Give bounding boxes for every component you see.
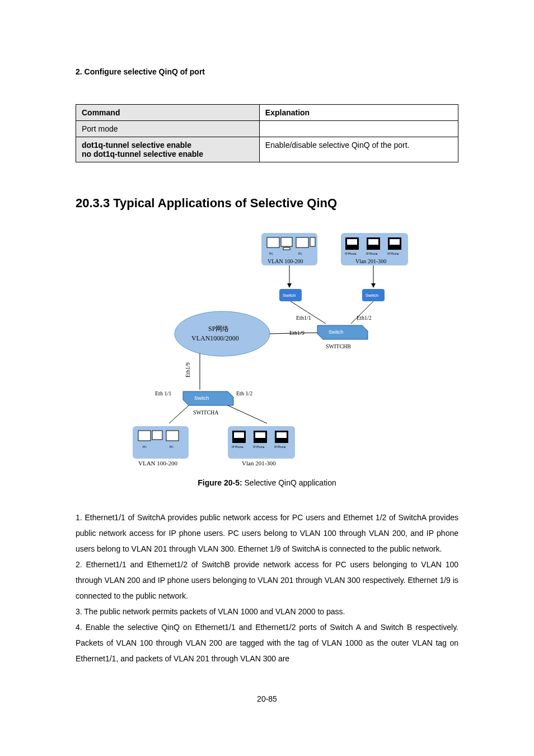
diagram: PC PC VLAN 100-200 IP Phone IP Phone IP … bbox=[76, 227, 458, 470]
figure-caption: Figure 20-5: Selective QinQ application bbox=[76, 478, 458, 487]
body-text: 1. Ethernet1/1 of SwitchA provides publi… bbox=[76, 510, 458, 666]
svg-text:IP Phone: IP Phone bbox=[366, 252, 378, 255]
svg-text:IP Phone: IP Phone bbox=[274, 445, 286, 449]
svg-marker-15 bbox=[287, 283, 292, 288]
svg-text:PC: PC bbox=[143, 445, 147, 449]
paragraph-1: 1. Ethernet1/1 of SwitchA provides publi… bbox=[76, 510, 458, 557]
svg-marker-17 bbox=[371, 283, 376, 288]
svg-line-30 bbox=[169, 405, 189, 423]
page-number: 20-85 bbox=[76, 694, 458, 703]
svg-text:Switch: Switch bbox=[366, 293, 379, 298]
svg-text:Switch: Switch bbox=[283, 293, 296, 298]
svg-rect-3 bbox=[296, 237, 308, 248]
svg-text:Switch: Switch bbox=[194, 395, 209, 401]
svg-rect-2 bbox=[283, 248, 290, 250]
page: 2. Configure selective QinQ of port Comm… bbox=[0, 0, 534, 756]
svg-rect-44 bbox=[277, 432, 287, 438]
cmd-enable: dot1q-tunnel selective enable bbox=[82, 141, 254, 150]
svg-text:IP Phone: IP Phone bbox=[232, 445, 243, 449]
switcha: Switch bbox=[183, 391, 233, 405]
vlan-pc-label-top: VLAN 100-200 bbox=[268, 258, 303, 264]
table-cell-empty bbox=[259, 121, 458, 137]
eth11-label-a: Eth 1/1 bbox=[155, 390, 171, 396]
eth12-label-a: Eth 1/2 bbox=[236, 390, 252, 396]
network-diagram-svg: PC PC VLAN 100-200 IP Phone IP Phone IP … bbox=[121, 227, 413, 468]
figure-label: Figure 20-5: bbox=[198, 478, 244, 487]
cmd-disable: no dot1q-tunnel selective enable bbox=[82, 150, 254, 158]
svg-rect-6 bbox=[347, 239, 357, 245]
pc-label: PC bbox=[298, 252, 302, 255]
switchb: Switch bbox=[317, 325, 368, 339]
paragraph-3: 3. The public network permits packets of… bbox=[76, 604, 458, 619]
switchb-label: SWITCHB bbox=[326, 343, 351, 349]
table-header-explanation: Explanation bbox=[259, 105, 458, 121]
svg-text:IP Phone: IP Phone bbox=[387, 252, 399, 255]
subsection-title: 2. Configure selective QinQ of port bbox=[76, 67, 458, 76]
table-header-command: Command bbox=[76, 105, 260, 121]
sp-cloud bbox=[175, 311, 270, 356]
section-heading: 20.3.3 Typical Applications of Selective… bbox=[76, 196, 458, 211]
eth19-label-a: Eth1/9 bbox=[185, 362, 191, 377]
command-table: Command Explanation Port mode dot1q-tunn… bbox=[76, 104, 458, 162]
sp-label2: VLAN1000/2000 bbox=[191, 334, 239, 342]
eth11-label-b: Eth1/1 bbox=[296, 315, 311, 321]
table-cell-explanation: Enable/disable selective QinQ of the por… bbox=[259, 137, 458, 162]
pc-label: PC bbox=[269, 252, 273, 255]
vlan-phone-label-bottom: Vlan 201-300 bbox=[242, 460, 276, 466]
vlan-phone-label-top: Vlan 201-300 bbox=[355, 258, 386, 264]
svg-rect-0 bbox=[267, 237, 279, 248]
svg-rect-41 bbox=[255, 432, 265, 438]
svg-text:IP Phone: IP Phone bbox=[345, 252, 357, 255]
svg-rect-38 bbox=[234, 432, 244, 438]
svg-rect-33 bbox=[152, 431, 162, 440]
sp-label1: SP网络 bbox=[208, 325, 229, 333]
svg-rect-12 bbox=[390, 239, 400, 245]
svg-text:Switch: Switch bbox=[329, 329, 344, 335]
svg-rect-35 bbox=[166, 431, 179, 441]
svg-rect-9 bbox=[368, 239, 378, 245]
svg-line-31 bbox=[228, 405, 267, 423]
table-cell-commands: dot1q-tunnel selective enable no dot1q-t… bbox=[76, 137, 260, 162]
paragraph-4: 4. Enable the selective QinQ on Ethernet… bbox=[76, 619, 458, 666]
small-switch-top-right: Switch bbox=[362, 289, 385, 301]
switcha-label: SWITCHA bbox=[193, 409, 219, 416]
eth12-label-b: Eth1/2 bbox=[357, 315, 372, 321]
figure-text: Selective QinQ application bbox=[245, 478, 336, 487]
svg-rect-32 bbox=[138, 431, 151, 441]
vlan-pc-label-bottom: VLAN 100-200 bbox=[138, 460, 177, 466]
paragraph-2: 2. Ethernet1/1 and Ethernet1/2 of Switch… bbox=[76, 557, 458, 604]
svg-text:PC: PC bbox=[170, 445, 174, 449]
small-switch-top-left: Switch bbox=[279, 289, 302, 301]
svg-rect-1 bbox=[281, 237, 292, 246]
svg-text:IP Phone: IP Phone bbox=[253, 445, 265, 449]
svg-rect-4 bbox=[310, 237, 315, 246]
table-cell-portmode: Port mode bbox=[76, 121, 260, 137]
